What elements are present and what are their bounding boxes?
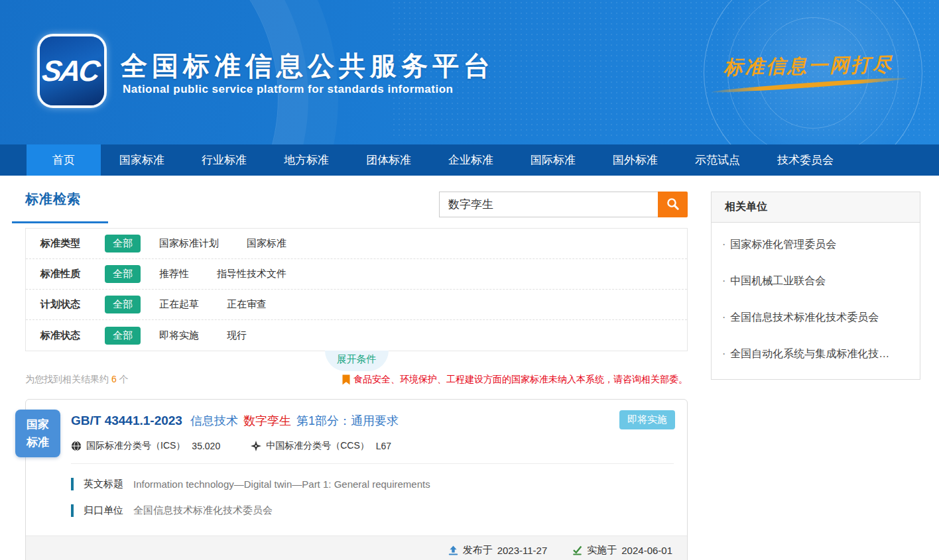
related-units-panel: 相关单位 ·国家标准化管理委员会 ·中国机械工业联合会 ·全国信息技术标准化技术… — [711, 192, 920, 380]
filter-row-standard-type: 标准类型 全部 国家标准计划 国家标准 — [26, 229, 687, 259]
nav-list: 首页 国家标准 行业标准 地方标准 团体标准 企业标准 国际标准 国外标准 示范… — [0, 144, 939, 176]
globe-icon — [71, 441, 82, 451]
committee-row: 归口单位 全国信息技术标准化技术委员会 — [71, 504, 674, 517]
system-notice: 食品安全、环境保护、工程建设方面的国家标准未纳入本系统，请咨询相关部委。 — [342, 374, 688, 386]
filter-option[interactable]: 正在审查 — [227, 298, 267, 311]
search-bar — [439, 192, 688, 217]
nav-item-international-standards[interactable]: 国际标准 — [512, 144, 594, 176]
filter-option[interactable]: 指导性技术文件 — [217, 268, 286, 280]
field-label: 英文标题 — [84, 478, 123, 490]
result-info-row: 为您找到相关结果约6个 食品安全、环境保护、工程建设方面的国家标准未纳入本系统，… — [25, 374, 688, 386]
filter-all-button[interactable]: 全部 — [105, 265, 141, 283]
page-title: 标准检索 — [25, 190, 108, 208]
sac-logo[interactable]: SAC — [40, 36, 104, 105]
result-count-number: 6 — [111, 374, 117, 384]
sidebar-item-label: 中国机械工业联合会 — [730, 275, 826, 286]
sidebar-item-label: 全国信息技术标准化技术委员会 — [730, 311, 879, 323]
badge-text: 标准 — [27, 433, 49, 451]
sidebar-item-it-standardization-committee[interactable]: ·全国信息技术标准化技术委员会 — [712, 300, 920, 336]
sidebar-item-label: 国家标准化管理委员会 — [730, 239, 836, 250]
title-underline — [12, 221, 108, 223]
sidebar-item-sac[interactable]: ·国家标准化管理委员会 — [712, 227, 920, 263]
standard-code-link[interactable]: GB/T 43441.1-2023 — [71, 414, 182, 427]
filter-panel: 标准类型 全部 国家标准计划 国家标准 标准性质 全部 推荐性 指导性技术文件 … — [25, 228, 688, 351]
filter-option[interactable]: 现行 — [227, 329, 247, 342]
filter-row-plan-status: 计划状态 全部 正在起草 正在审查 — [26, 290, 687, 320]
filter-option[interactable]: 推荐性 — [159, 268, 189, 280]
ics-label: 国际标准分类号（ICS） — [86, 440, 185, 452]
standard-result-card: 国家 标准 即将实施 GB/T 43441.1-2023信息技术数字孪生第1部分… — [25, 399, 688, 560]
field-accent-bar — [71, 504, 74, 517]
nav-item-pilot[interactable]: 示范试点 — [676, 144, 759, 176]
filter-all-button[interactable]: 全部 — [105, 296, 141, 313]
filter-row-standard-nature: 标准性质 全部 推荐性 指导性技术文件 — [26, 259, 687, 290]
check-icon — [572, 545, 582, 555]
related-units-list: ·国家标准化管理委员会 ·中国机械工业联合会 ·全国信息技术标准化技术委员会 ·… — [712, 223, 920, 379]
notice-text: 食品安全、环境保护、工程建设方面的国家标准未纳入本系统，请咨询相关部委。 — [353, 374, 688, 386]
search-input[interactable] — [439, 192, 658, 217]
field-accent-bar — [71, 478, 74, 490]
site-slogan: 标准信息一网打尽 — [712, 51, 905, 81]
national-standard-badge[interactable]: 国家 标准 — [15, 410, 60, 457]
search-button[interactable] — [658, 192, 688, 217]
classification-meta: 国际标准分类号（ICS） 35.020 中国标准分类号（CCS） L67 — [71, 440, 674, 452]
nav-item-group-standards[interactable]: 团体标准 — [347, 144, 430, 176]
bullet: · — [722, 311, 725, 323]
nav-item-industry-standards[interactable]: 行业标准 — [183, 144, 265, 176]
ccs-meta: 中国标准分类号（CCS） L67 — [251, 440, 391, 452]
english-title-value: Information technology—Digital twin—Part… — [133, 478, 430, 490]
standard-title-part[interactable]: 第1部分：通用要求 — [296, 414, 399, 427]
nav-item-local-standards[interactable]: 地方标准 — [265, 144, 347, 176]
implemented-label: 实施于 — [587, 544, 617, 557]
filter-option[interactable]: 即将实施 — [159, 329, 199, 342]
bullet: · — [722, 275, 725, 286]
filter-label: 标准性质 — [40, 268, 105, 280]
english-title-row: 英文标题 Information technology—Digital twin… — [71, 478, 674, 490]
content-area: 标准检索 标准类型 全部 国家标准计划 国家标准 标准性质 — [0, 176, 939, 560]
status-badge: 即将实施 — [619, 410, 675, 429]
standard-title-part[interactable]: 信息技术 — [190, 414, 238, 427]
sac-logo-text: SAC — [40, 54, 104, 87]
expand-conditions-button[interactable]: 展开条件 — [325, 351, 389, 371]
bullet: · — [722, 348, 725, 359]
result-count-suffix: 个 — [119, 374, 129, 384]
filter-option[interactable]: 正在起草 — [159, 298, 199, 311]
filter-all-button[interactable]: 全部 — [105, 235, 141, 252]
sidebar-item-automation-committee[interactable]: ·全国自动化系统与集成标准化技… — [712, 336, 920, 372]
related-units-title: 相关单位 — [712, 192, 920, 223]
nav-item-home[interactable]: 首页 — [27, 144, 101, 176]
ccs-value: L67 — [376, 441, 391, 451]
ics-value: 35.020 — [192, 441, 220, 451]
nav-item-enterprise-standards[interactable]: 企业标准 — [430, 144, 512, 176]
site-title: 全国标准信息公共服务平台 — [121, 48, 495, 84]
card-divider — [71, 463, 674, 464]
section-title-block: 标准检索 — [25, 190, 108, 223]
badge-text: 国家 — [27, 416, 49, 433]
card-footer: 发布于 2023-11-27 实施于 2024-06-01 — [26, 535, 687, 560]
filter-label: 标准状态 — [40, 329, 105, 342]
nav-item-technical-committee[interactable]: 技术委员会 — [759, 144, 852, 176]
sidebar-item-machinery-federation[interactable]: ·中国机械工业联合会 — [712, 263, 920, 300]
nav-item-national-standards[interactable]: 国家标准 — [101, 144, 183, 176]
sidebar-item-label: 全国自动化系统与集成标准化技… — [730, 348, 889, 359]
nav-item-foreign-standards[interactable]: 国外标准 — [594, 144, 676, 176]
bullet: · — [722, 239, 725, 250]
ccs-label: 中国标准分类号（CCS） — [266, 440, 369, 452]
filter-all-button[interactable]: 全部 — [105, 327, 141, 345]
published-date-item: 发布于 2023-11-27 — [448, 544, 548, 557]
standard-title-line[interactable]: GB/T 43441.1-2023信息技术数字孪生第1部分：通用要求 — [71, 413, 674, 429]
upload-icon — [448, 545, 458, 555]
standard-title-highlight[interactable]: 数字孪生 — [243, 414, 291, 427]
filter-option[interactable]: 国家标准 — [247, 237, 286, 250]
filter-option[interactable]: 国家标准计划 — [159, 237, 219, 250]
field-label: 归口单位 — [84, 504, 123, 517]
published-label: 发布于 — [463, 544, 493, 557]
ics-meta: 国际标准分类号（ICS） 35.020 — [71, 440, 220, 452]
main-column: 标准检索 标准类型 全部 国家标准计划 国家标准 标准性质 — [25, 190, 688, 560]
search-section-row: 标准检索 — [25, 190, 688, 223]
implemented-date-item: 实施于 2024-06-01 — [572, 544, 672, 557]
main-nav: 首页 国家标准 行业标准 地方标准 团体标准 企业标准 国际标准 国外标准 示范… — [0, 144, 939, 176]
magnifier-icon — [666, 197, 680, 213]
filter-label: 标准类型 — [40, 237, 105, 250]
card-main: GB/T 43441.1-2023信息技术数字孪生第1部分：通用要求 国际标准分… — [26, 400, 687, 520]
